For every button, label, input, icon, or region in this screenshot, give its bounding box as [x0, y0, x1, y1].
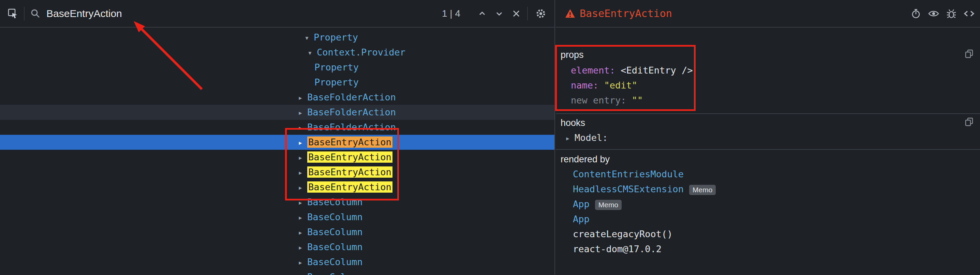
component-name: BaseEntryAction [307, 182, 393, 193]
prop-row[interactable]: name: "edit" [571, 78, 977, 93]
prop-key: element: [571, 65, 615, 76]
tree-panel: 1 | 4 ▾Property▾Contex [0, 0, 555, 275]
component-name: BaseFolderAction [307, 107, 396, 117]
next-result-icon[interactable] [492, 6, 507, 21]
tree-row-basecolumn[interactable]: ▸BaseColumn [0, 224, 554, 240]
chevron-right-icon[interactable]: ▸ [298, 195, 307, 210]
toolbar-divider [24, 7, 25, 21]
owner-component-link[interactable]: ContentEntriesModule [573, 169, 684, 179]
chevron-right-icon[interactable]: ▸ [298, 105, 307, 120]
tree-row-basefolderaction[interactable]: ▸BaseFolderAction [0, 105, 554, 120]
prop-value[interactable]: "edit" [604, 80, 638, 90]
chevron-right-icon[interactable]: ▸ [298, 120, 307, 135]
tree-toolbar: 1 | 4 [0, 0, 554, 28]
copy-hooks-icon[interactable] [964, 117, 974, 128]
props-section-label: props [561, 49, 584, 60]
chevron-right-icon[interactable]: ▸ [298, 135, 307, 150]
tree-row-basecolumn[interactable]: ▸BaseColumn [0, 270, 554, 275]
tree-row-property[interactable]: Property [0, 60, 554, 75]
component-name: BaseEntryAction [307, 136, 393, 148]
rendered-by-item: HeadlessCMSExtensionMemo [573, 182, 977, 197]
component-name: BaseEntryAction [307, 166, 393, 178]
component-name: BaseEntryAction [307, 152, 393, 163]
rendered-by-item: react-dom@17.0.2 [573, 242, 977, 257]
chevron-right-icon[interactable]: ▸ [298, 210, 307, 225]
tree-row-baseentryaction[interactable]: ▸BaseEntryAction [0, 165, 554, 180]
component-name: BaseColumn [307, 212, 363, 222]
tree-row-property[interactable]: ▾Property [0, 30, 554, 45]
debug-bug-icon[interactable] [945, 8, 958, 20]
component-name: BaseColumn [307, 257, 363, 267]
toolbar-divider [527, 7, 528, 21]
component-name: Property [314, 77, 359, 87]
owner-component-link[interactable]: HeadlessCMSExtension [573, 184, 684, 194]
tree-row-property[interactable]: Property [0, 75, 554, 90]
search-input[interactable] [46, 8, 354, 20]
tree-row-context-provider[interactable]: ▾Context.Provider [0, 45, 554, 60]
prop-key: name: [571, 80, 598, 90]
hook-row-model[interactable]: ▸Model: [565, 130, 608, 145]
chevron-right-icon[interactable]: ▸ [298, 180, 307, 195]
rendered-by-item: createLegacyRoot() [573, 227, 977, 242]
component-name: BaseColumn [307, 242, 363, 252]
props-section: props element: <EditEntry />name: "edit"… [556, 28, 980, 114]
tree-row-basefolderaction[interactable]: ▸BaseFolderAction [0, 120, 554, 135]
settings-gear-icon[interactable] [533, 6, 548, 21]
prop-key: new entry: [571, 95, 627, 106]
rendered-by-list: ContentEntriesModuleHeadlessCMSExtension… [573, 167, 977, 257]
inspector-panel: BaseEntryAction [556, 0, 980, 275]
component-name: BaseColumn [307, 227, 363, 237]
tree-row-basecolumn[interactable]: ▸BaseColumn [0, 210, 554, 224]
suspense-timer-icon[interactable] [910, 8, 922, 20]
prop-value[interactable]: <EditEntry /> [620, 65, 692, 76]
chevron-right-icon[interactable]: ▸ [298, 255, 307, 270]
tree-row-basecolumn[interactable]: ▸BaseColumn [0, 195, 554, 210]
chevron-right-icon[interactable]: ▸ [298, 165, 307, 180]
chevron-right-icon[interactable]: ▸ [298, 225, 307, 240]
hooks-section: hooks ▸Model: [556, 114, 980, 150]
component-name: BaseFolderAction [307, 122, 396, 133]
tree-row-basecolumn[interactable]: ▸BaseColumn [0, 240, 554, 254]
inspector-header: BaseEntryAction [556, 0, 980, 28]
chevron-right-icon[interactable]: ▸ [298, 90, 307, 105]
prop-row[interactable]: new entry: "" [571, 93, 977, 108]
hook-name: Model: [574, 133, 608, 143]
error-warning-icon [565, 8, 576, 19]
prop-row[interactable]: element: <EditEntry /> [571, 63, 977, 78]
tree-row-baseentryaction[interactable]: ▸BaseEntryAction [0, 150, 554, 165]
inspected-component-title: BaseEntryAction [580, 8, 672, 19]
tree-row-baseentryaction[interactable]: ▸BaseEntryAction [0, 180, 554, 195]
component-name: Property [314, 62, 359, 73]
chevron-right-icon[interactable]: ▸ [565, 131, 574, 146]
rendered-by-item: ContentEntriesModule [573, 167, 977, 182]
rendered-by-section: rendered by ContentEntriesModuleHeadless… [556, 150, 980, 275]
search-icon [28, 6, 43, 21]
inspect-element-icon[interactable] [5, 6, 21, 21]
chevron-right-icon[interactable]: ▸ [298, 270, 307, 275]
rendered-by-label: rendered by [561, 153, 610, 165]
component-name: BaseColumn [307, 197, 363, 207]
rendered-by-item: AppMemo [573, 197, 977, 212]
component-name: Property [314, 32, 358, 43]
owner-component-link[interactable]: App [573, 214, 590, 224]
search-controls: 1 | 4 [442, 6, 548, 21]
tree-row-basefolderaction[interactable]: ▸BaseFolderAction [0, 90, 554, 105]
inspector-actions [910, 8, 975, 20]
component-name: BaseFolderAction [307, 92, 396, 103]
owner-component-link[interactable]: App [573, 199, 590, 209]
copy-props-icon[interactable] [964, 49, 974, 60]
component-name: BaseColumn [307, 272, 363, 275]
tree-row-basecolumn[interactable]: ▸BaseColumn [0, 254, 554, 270]
chevron-right-icon[interactable]: ▸ [298, 150, 307, 165]
chevron-down-icon[interactable]: ▾ [307, 45, 317, 60]
owner-label: createLegacyRoot() [573, 229, 673, 239]
view-source-code-icon[interactable] [963, 8, 975, 20]
prop-value[interactable]: "" [632, 95, 643, 106]
tree-row-baseentryaction[interactable]: ▸BaseEntryAction [0, 135, 554, 150]
memo-badge: Memo [595, 200, 622, 210]
clear-search-icon[interactable] [509, 6, 524, 21]
inspect-dom-eye-icon[interactable] [928, 8, 940, 20]
chevron-right-icon[interactable]: ▸ [298, 240, 307, 255]
chevron-down-icon[interactable]: ▾ [304, 30, 314, 45]
previous-result-icon[interactable] [475, 6, 490, 21]
